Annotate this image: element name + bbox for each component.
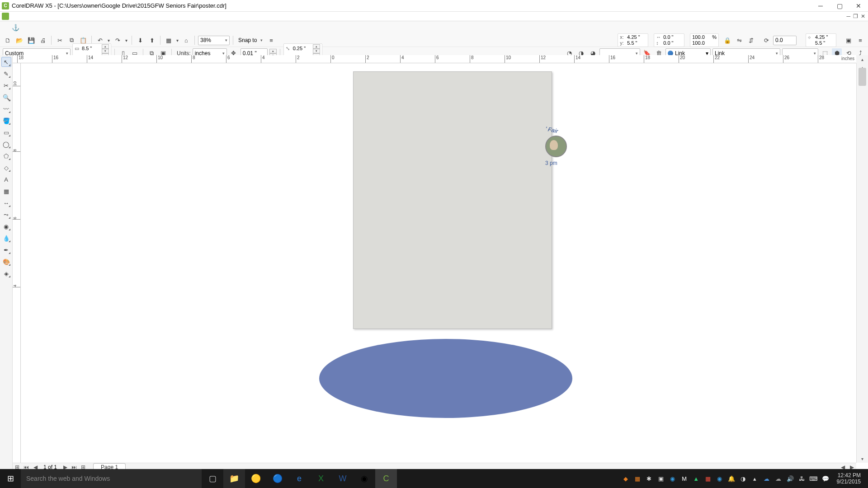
ellipse-tool[interactable]: ◯	[1, 139, 11, 149]
shape-tool[interactable]: ✎	[1, 69, 11, 79]
explorer-app[interactable]: 📁	[223, 469, 245, 488]
cursor-position: x:4.25 " y:5.5 "	[618, 33, 648, 47]
basic-shapes-tool[interactable]: ◇	[1, 163, 11, 173]
clipart-group[interactable]: ' Fair 3 pm	[545, 127, 567, 166]
rotate-icon: ⟳	[761, 35, 771, 45]
fill-tool[interactable]: 🎨	[1, 257, 11, 267]
tray-arrow-up[interactable]: ▴	[751, 474, 759, 483]
zoom-tool[interactable]: 🔍	[1, 92, 11, 102]
tray-icon-1[interactable]: ◆	[622, 474, 630, 483]
tray-icon-3[interactable]: ✱	[645, 474, 653, 483]
mdi-minimize-button[interactable]: ─	[846, 13, 850, 19]
welcome-button[interactable]: ⌂	[181, 35, 191, 45]
object-size[interactable]: ↔0.0 " ↕0.0 "	[654, 33, 684, 47]
scale-factor[interactable]: 100.0% 100.0	[690, 33, 719, 47]
zoom-combo[interactable]: 38% ▾	[198, 36, 230, 45]
tray-network[interactable]: 🖧	[798, 474, 806, 483]
tray-keyboard[interactable]: ⌨	[810, 474, 818, 483]
ruler-unit-label: inches	[841, 56, 854, 61]
zoom-value: 38%	[200, 37, 211, 43]
table-tool[interactable]: ▦	[1, 186, 11, 196]
smart-fill-tool[interactable]: 🪣	[1, 116, 11, 126]
tray-icon-4[interactable]: ▣	[657, 474, 665, 483]
clipart-photo	[545, 136, 567, 157]
tray-cloud-1[interactable]: ☁	[763, 474, 771, 483]
close-button[interactable]: ✕	[851, 1, 866, 11]
mdi-restore-button[interactable]: ❐	[853, 13, 858, 19]
word-app[interactable]: W	[332, 469, 354, 488]
tray-notifications[interactable]: 🔔	[727, 474, 736, 483]
tray-icon-7[interactable]: ▲	[692, 474, 700, 483]
chrome-app[interactable]: 🟡	[245, 469, 267, 488]
clipart-time: 3 pm	[545, 160, 567, 166]
taskbar-clock[interactable]: 12:42 PM 9/21/2015	[833, 472, 864, 485]
dimension-tool[interactable]: ↔	[1, 198, 11, 208]
start-button[interactable]: ⊞	[0, 469, 21, 488]
scrollbar-vertical[interactable]: ▴ ▾	[856, 63, 868, 463]
tray-cloud-2[interactable]: ☁	[774, 474, 783, 483]
obs-app[interactable]: ◉	[354, 469, 375, 488]
outline-tool[interactable]: ✒	[1, 245, 11, 255]
tray-icon-2[interactable]: ▦	[633, 474, 642, 483]
crop-tool[interactable]: ✂	[1, 80, 11, 90]
taskview-button[interactable]: ▢	[202, 469, 223, 488]
menu-bar: ─ ❐ ✕	[0, 12, 868, 21]
tray-icon-10[interactable]: ◑	[739, 474, 747, 483]
drawing-canvas[interactable]: ' Fair 3 pm	[21, 63, 856, 463]
import-button[interactable]: ⬇	[135, 35, 145, 45]
excel-app[interactable]: X	[310, 469, 332, 488]
mirror-v-button[interactable]: ⇵	[746, 35, 756, 45]
redo-button[interactable]: ↷	[113, 35, 123, 45]
tray-volume[interactable]: 🔊	[786, 474, 794, 483]
align-button[interactable]: ≡	[855, 35, 865, 45]
tray-icon-9[interactable]: ◉	[716, 474, 724, 483]
lock-ratio-button[interactable]: 🔒	[722, 35, 732, 45]
freehand-tool[interactable]: 〰	[1, 104, 11, 114]
taskbar-search[interactable]: Search the web and Windows	[21, 469, 202, 488]
rectangle-tool[interactable]: ▭	[1, 127, 11, 137]
eyedropper-tool[interactable]: 💧	[1, 233, 11, 243]
tray-icon-6[interactable]: M	[680, 474, 689, 483]
interactive-fill-tool[interactable]: ◈	[1, 268, 11, 278]
ruler-horizontal[interactable]: 181614121086420246810121416182022242628 …	[13, 55, 856, 63]
edge-app[interactable]: e	[288, 469, 310, 488]
save-button[interactable]: 💾	[26, 35, 36, 45]
app-icon: C	[2, 2, 9, 9]
scroll-down-icon[interactable]: ▾	[857, 455, 868, 463]
mdi-close-button[interactable]: ✕	[861, 13, 865, 19]
open-button[interactable]: 📂	[14, 35, 24, 45]
clipart-text: ' Fair	[545, 125, 559, 135]
duplicate-distance[interactable]: ⟐4.25 " 5.5 "	[806, 33, 836, 47]
standard-toolbar: ⚓	[0, 21, 868, 34]
export-button[interactable]: ⬆	[147, 35, 157, 45]
app-launcher-button[interactable]: ▦	[164, 35, 174, 45]
skype-app[interactable]: 🔵	[267, 469, 288, 488]
nudge-up[interactable]: ▴	[269, 49, 277, 53]
new-button[interactable]: 🗋	[3, 35, 13, 45]
wrap-button[interactable]: ▣	[844, 35, 854, 45]
polygon-tool[interactable]: ⬠	[1, 151, 11, 161]
print-button[interactable]: 🖨	[38, 35, 48, 45]
interactive-blend-tool[interactable]: ◉	[1, 221, 11, 231]
snap-to-menu[interactable]: Snap to ▾	[236, 36, 264, 45]
tray-icon-5[interactable]: ◉	[669, 474, 677, 483]
window-title: CorelDRAW X5 - [C:\Users\owner\Google Dr…	[12, 2, 813, 9]
ellipse-shape[interactable]	[319, 339, 572, 418]
tray-icon-8[interactable]: ▦	[704, 474, 712, 483]
connector-tool[interactable]: ⤳	[1, 210, 11, 220]
tray-action-center[interactable]: 💬	[821, 474, 830, 483]
text-tool[interactable]: A	[1, 174, 11, 184]
pick-tool[interactable]: ↖	[1, 57, 11, 67]
windows-taskbar: ⊞ Search the web and Windows ▢ 📁 🟡 🔵 e X…	[0, 469, 868, 488]
coreldraw-app[interactable]: C	[375, 469, 397, 488]
cut-button[interactable]: ✂	[55, 35, 65, 45]
maximize-button[interactable]: ▢	[832, 1, 847, 11]
minimize-button[interactable]: ─	[813, 1, 828, 11]
rotation-input[interactable]: 0.0	[773, 36, 797, 45]
mirror-h-button[interactable]: ⇋	[734, 35, 744, 45]
ruler-vertical[interactable]: 10864	[13, 63, 21, 463]
title-bar: C CorelDRAW X5 - [C:\Users\owner\Google …	[0, 0, 868, 12]
property-bar-1: 🗋 📂 💾 🖨 ✂ ⧉ 📋 ↶▾ ↷▾ ⬇ ⬆ ▦▾ ⌂ 38% ▾ Snap …	[0, 34, 868, 47]
color-palette-arrow[interactable]: ▴	[856, 55, 868, 63]
options-button[interactable]: ≡	[266, 35, 276, 45]
